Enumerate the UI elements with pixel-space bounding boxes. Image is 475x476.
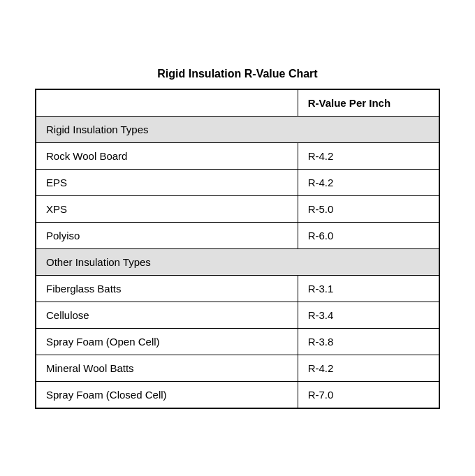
table-row: XPSR-5.0	[36, 195, 439, 222]
section-label: Other Insulation Types	[36, 248, 439, 275]
insulation-name: Spray Foam (Open Cell)	[36, 328, 298, 355]
r-value: R-4.2	[298, 355, 439, 381]
r-value: R-7.0	[298, 381, 439, 408]
table-row: EPSR-4.2	[36, 169, 439, 195]
table-row: Mineral Wool BattsR-4.2	[36, 355, 439, 381]
r-value: R-6.0	[298, 222, 439, 248]
insulation-name: Mineral Wool Batts	[36, 355, 298, 381]
r-value: R-3.4	[298, 302, 439, 328]
r-value: R-4.2	[298, 142, 439, 169]
insulation-name: Fiberglass Batts	[36, 275, 298, 302]
table-row: PolyisoR-6.0	[36, 222, 439, 248]
table-row: Spray Foam (Open Cell)R-3.8	[36, 328, 439, 355]
section-header-row: Other Insulation Types	[36, 248, 439, 275]
insulation-name: XPS	[36, 195, 298, 222]
section-label: Rigid Insulation Types	[36, 116, 439, 142]
section-header-row: Rigid Insulation Types	[36, 116, 439, 142]
col-header-rvalue: R-Value Per Inch	[298, 89, 439, 117]
table-row: Rock Wool BoardR-4.2	[36, 142, 439, 169]
r-value: R-3.8	[298, 328, 439, 355]
insulation-name: Rock Wool Board	[36, 142, 298, 169]
col-header-name	[36, 89, 298, 117]
insulation-name: EPS	[36, 169, 298, 195]
insulation-name: Polyiso	[36, 222, 298, 248]
chart-title: Rigid Insulation R-Value Chart	[35, 68, 440, 80]
table-row: Spray Foam (Closed Cell)R-7.0	[36, 381, 439, 408]
table-row: CelluloseR-3.4	[36, 302, 439, 328]
r-value: R-3.1	[298, 275, 439, 302]
chart-container: Rigid Insulation R-Value Chart R-Value P…	[35, 54, 440, 423]
r-value: R-5.0	[298, 195, 439, 222]
r-value: R-4.2	[298, 169, 439, 195]
insulation-table: R-Value Per Inch Rigid Insulation TypesR…	[35, 89, 440, 409]
insulation-name: Spray Foam (Closed Cell)	[36, 381, 298, 408]
insulation-name: Cellulose	[36, 302, 298, 328]
table-row: Fiberglass BattsR-3.1	[36, 275, 439, 302]
